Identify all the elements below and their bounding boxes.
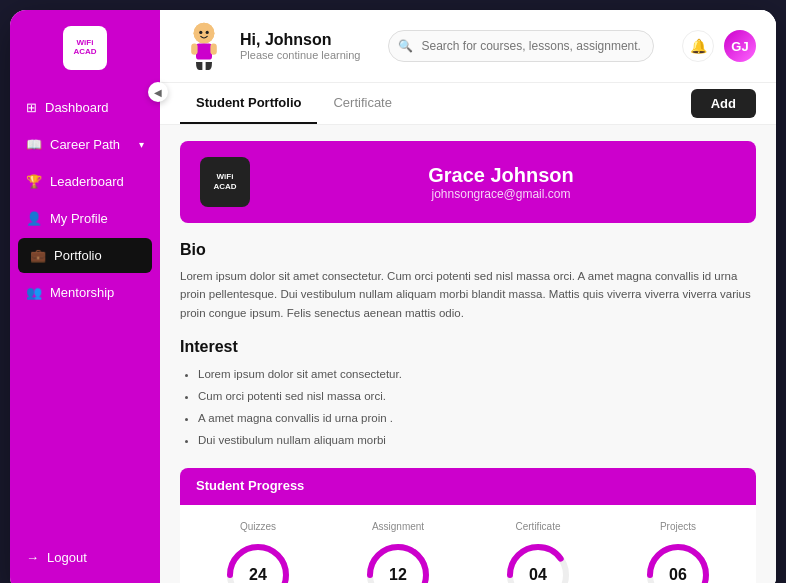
progress-title: Student Progress bbox=[196, 478, 740, 493]
progress-cards: Quizzes 24 Assignment 12 Certificate bbox=[180, 505, 756, 583]
profile-name: Grace Johnson bbox=[266, 164, 736, 187]
progress-card-certificate: Certificate 04 bbox=[476, 521, 600, 583]
sidebar-logo: WiFiACAD bbox=[10, 26, 160, 70]
sidebar-collapse-button[interactable]: ◀ bbox=[148, 82, 168, 102]
notification-bell[interactable]: 🔔 bbox=[682, 30, 714, 62]
progress-card-projects: Projects 06 bbox=[616, 521, 740, 583]
my-profile-nav-icon: 👤 bbox=[26, 211, 42, 226]
progress-section: Student Progress Quizzes 24 Assignment bbox=[180, 468, 756, 583]
portfolio-nav-icon: 💼 bbox=[30, 248, 46, 263]
sidebar-footer: → Logout bbox=[10, 538, 160, 577]
search-input[interactable] bbox=[388, 30, 654, 62]
progress-card-quizzes: Quizzes 24 bbox=[196, 521, 320, 583]
svg-point-2 bbox=[199, 31, 202, 34]
greeting-title: Hi, Johnson bbox=[240, 31, 360, 49]
sidebar-item-my-profile[interactable]: 👤 My Profile bbox=[10, 201, 160, 236]
tabs-list: Student Portfolio Certificate bbox=[180, 83, 408, 124]
logout-label: Logout bbox=[47, 550, 87, 565]
donut-count-projects: 06 bbox=[669, 566, 687, 583]
greeting-subtitle: Please continue learning bbox=[240, 49, 360, 61]
sidebar-item-leaderboard[interactable]: 🏆 Leaderboard bbox=[10, 164, 160, 199]
donut-count-assignment: 12 bbox=[389, 566, 407, 583]
svg-rect-6 bbox=[210, 44, 216, 55]
career-path-nav-icon: 📖 bbox=[26, 137, 42, 152]
dashboard-nav-label: Dashboard bbox=[45, 100, 109, 115]
profile-info: Grace Johnson johnsongrace@gmail.com bbox=[266, 164, 736, 201]
portfolio-nav-label: Portfolio bbox=[54, 248, 102, 263]
career-path-arrow: ▾ bbox=[139, 139, 144, 150]
card-label-assignment: Assignment bbox=[372, 521, 424, 532]
sidebar: WiFiACAD ⊞ Dashboard 📖 Career Path ▾ 🏆 L… bbox=[10, 10, 160, 583]
donut-count-certificate: 04 bbox=[529, 566, 547, 583]
donut-certificate: 04 bbox=[503, 540, 573, 583]
logo-box: WiFiACAD bbox=[63, 26, 107, 70]
tab-student-portfolio[interactable]: Student Portfolio bbox=[180, 83, 317, 124]
bio-title: Bio bbox=[180, 241, 756, 259]
portfolio-content: WiFiACAD Grace Johnson johnsongrace@gmai… bbox=[160, 125, 776, 583]
card-label-certificate: Certificate bbox=[515, 521, 560, 532]
svg-point-3 bbox=[206, 31, 209, 34]
content-area: Student Portfolio Certificate Add WiFiAC… bbox=[160, 83, 776, 583]
card-label-quizzes: Quizzes bbox=[240, 521, 276, 532]
profile-logo: WiFiACAD bbox=[200, 157, 250, 207]
dashboard-nav-icon: ⊞ bbox=[26, 100, 37, 115]
bio-section: Bio Lorem ipsum dolor sit amet consectet… bbox=[180, 241, 756, 322]
donut-assignment: 12 bbox=[363, 540, 433, 583]
card-label-projects: Projects bbox=[660, 521, 696, 532]
header-greeting: Hi, Johnson Please continue learning bbox=[180, 22, 360, 70]
progress-card-assignment: Assignment 12 bbox=[336, 521, 460, 583]
svg-point-1 bbox=[194, 23, 215, 44]
main-content: Hi, Johnson Please continue learning 🔍 🔔… bbox=[160, 10, 776, 583]
interest-title: Interest bbox=[180, 338, 756, 356]
leaderboard-nav-label: Leaderboard bbox=[50, 174, 124, 189]
sidebar-nav: ⊞ Dashboard 📖 Career Path ▾ 🏆 Leaderboar… bbox=[10, 90, 160, 538]
interest-item: Lorem ipsum dolor sit amet consectetur. bbox=[198, 364, 756, 386]
donut-quizzes: 24 bbox=[223, 540, 293, 583]
sidebar-item-portfolio[interactable]: 💼 Portfolio bbox=[18, 238, 152, 273]
logout-button[interactable]: → Logout bbox=[26, 550, 144, 565]
profile-banner: WiFiACAD Grace Johnson johnsongrace@gmai… bbox=[180, 141, 756, 223]
character-avatar bbox=[180, 22, 228, 70]
interest-item: Dui vestibulum nullam aliquam morbi bbox=[198, 430, 756, 452]
logout-icon: → bbox=[26, 550, 39, 565]
interest-section: Interest Lorem ipsum dolor sit amet cons… bbox=[180, 338, 756, 451]
interest-item: Cum orci potenti sed nisl massa orci. bbox=[198, 386, 756, 408]
sidebar-item-career-path[interactable]: 📖 Career Path ▾ bbox=[10, 127, 160, 162]
mentorship-nav-label: Mentorship bbox=[50, 285, 114, 300]
career-path-nav-label: Career Path bbox=[50, 137, 120, 152]
profile-email: johnsongrace@gmail.com bbox=[266, 187, 736, 201]
header: Hi, Johnson Please continue learning 🔍 🔔… bbox=[160, 10, 776, 83]
header-actions: 🔔 GJ bbox=[682, 30, 756, 62]
user-avatar[interactable]: GJ bbox=[724, 30, 756, 62]
svg-rect-4 bbox=[196, 44, 212, 60]
sidebar-item-mentorship[interactable]: 👥 Mentorship bbox=[10, 275, 160, 310]
donut-count-quizzes: 24 bbox=[249, 566, 267, 583]
app-container: WiFiACAD ⊞ Dashboard 📖 Career Path ▾ 🏆 L… bbox=[10, 10, 776, 583]
bio-text: Lorem ipsum dolor sit amet consectetur. … bbox=[180, 267, 756, 322]
search-icon: 🔍 bbox=[398, 39, 413, 53]
sidebar-item-dashboard[interactable]: ⊞ Dashboard bbox=[10, 90, 160, 125]
leaderboard-nav-icon: 🏆 bbox=[26, 174, 42, 189]
tab-certificate[interactable]: Certificate bbox=[317, 83, 408, 124]
mentorship-nav-icon: 👥 bbox=[26, 285, 42, 300]
donut-projects: 06 bbox=[643, 540, 713, 583]
interest-list: Lorem ipsum dolor sit amet consectetur.C… bbox=[180, 364, 756, 451]
tabs-bar: Student Portfolio Certificate Add bbox=[160, 83, 776, 125]
interest-item: A amet magna convallis id urna proin . bbox=[198, 408, 756, 430]
my-profile-nav-label: My Profile bbox=[50, 211, 108, 226]
add-button[interactable]: Add bbox=[691, 89, 756, 118]
svg-rect-5 bbox=[191, 44, 197, 55]
greeting-text: Hi, Johnson Please continue learning bbox=[240, 31, 360, 61]
search-bar: 🔍 bbox=[388, 30, 654, 62]
